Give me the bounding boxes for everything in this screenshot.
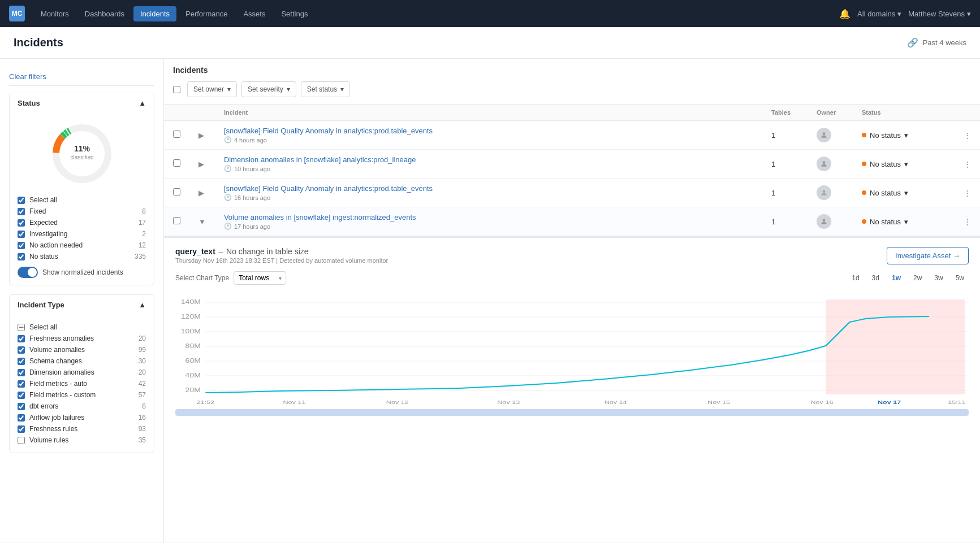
type-dbt-row: dbt errors 8	[18, 401, 146, 412]
row-4-checkbox[interactable]	[173, 217, 180, 224]
status-collapse-icon: ▲	[139, 99, 146, 107]
row-2-checkbox[interactable]	[173, 159, 180, 167]
type-volume-rules-row: Volume rules 35	[18, 435, 146, 446]
time-btn-3d[interactable]: 3d	[867, 272, 884, 284]
nav-settings[interactable]: Settings	[274, 6, 314, 21]
type-dimension-checkbox[interactable]	[18, 369, 25, 376]
nav-assets[interactable]: Assets	[236, 6, 272, 21]
link-icon: 🔗	[907, 37, 918, 48]
chart-type-select-wrap: Total rows	[234, 271, 286, 285]
type-select-all-checkbox[interactable]	[18, 324, 25, 331]
normalized-toggle[interactable]	[18, 267, 38, 278]
type-field-auto-checkbox[interactable]	[18, 380, 25, 388]
incidents-panel: Incidents Set owner ▾ Set severity ▾ Set…	[164, 59, 980, 237]
row-3-status: No status ▾	[862, 189, 946, 197]
detail-header: query_text – No change in table size Thu…	[175, 247, 969, 264]
svg-point-9	[823, 190, 826, 193]
type-airflow-checkbox[interactable]	[18, 414, 25, 422]
row-1-more-icon[interactable]: ⋮	[964, 131, 971, 140]
svg-text:Nov 15: Nov 15	[707, 399, 730, 405]
row-3-expand-icon[interactable]: ▶	[198, 189, 204, 197]
type-volume-rules-checkbox[interactable]	[18, 437, 25, 444]
set-severity-button[interactable]: Set severity ▾	[241, 81, 296, 97]
time-btn-1d[interactable]: 1d	[847, 272, 864, 284]
svg-text:Nov 13: Nov 13	[497, 399, 520, 405]
row-3-checkbox[interactable]	[173, 188, 180, 196]
row-2-incident-link[interactable]: Dimension anomalies in [snowflake] analy…	[224, 155, 416, 164]
set-owner-button[interactable]: Set owner ▾	[187, 81, 237, 97]
row-1-incident-link[interactable]: [snowflake] Field Quality Anomaly in ana…	[224, 127, 433, 135]
row-4-status-chevron-icon[interactable]: ▾	[904, 218, 908, 226]
row-4-incident-link[interactable]: Volume anomalies in [snowflake] ingest:n…	[224, 213, 416, 221]
row-3-tables: 1	[762, 179, 808, 207]
type-freshness-rules-checkbox[interactable]	[18, 425, 25, 433]
row-1-status: No status ▾	[862, 131, 946, 140]
type-dimension-row: Dimension anomalies 20	[18, 367, 146, 378]
row-3-incident-link[interactable]: [snowflake] Field Quality Anomaly in ana…	[224, 184, 433, 193]
row-4-more-icon[interactable]: ⋮	[964, 218, 971, 226]
chart-toolbar: Select Chart Type Total rows	[175, 271, 286, 285]
incident-type-section-header[interactable]: Incident Type ▲	[10, 295, 154, 315]
status-no-action-checkbox[interactable]	[18, 242, 25, 249]
set-status-button[interactable]: Set status ▾	[301, 81, 350, 97]
table-row: ▼ Volume anomalies in [snowflake] ingest…	[164, 207, 980, 236]
row-2-more-icon[interactable]: ⋮	[964, 160, 971, 168]
chart-area: 140M 120M 100M 80M 60M 40M 20M	[175, 294, 969, 407]
nav-dashboards[interactable]: Dashboards	[78, 6, 131, 21]
notifications-bell[interactable]: 🔔	[839, 8, 851, 19]
status-investigating-checkbox[interactable]	[18, 231, 25, 238]
time-btn-1w[interactable]: 1w	[887, 272, 905, 284]
type-volume-checkbox[interactable]	[18, 346, 25, 354]
status-expected-checkbox[interactable]	[18, 219, 25, 227]
incidents-panel-title: Incidents	[164, 59, 980, 75]
nav-monitors[interactable]: Monitors	[34, 6, 76, 21]
svg-text:Nov 14: Nov 14	[605, 399, 627, 405]
row-2-expand-icon[interactable]: ▶	[198, 160, 204, 168]
row-4-time: 🕐 17 hours ago	[224, 223, 753, 230]
svg-text:20M: 20M	[185, 387, 201, 393]
row-4-status: No status ▾	[862, 218, 946, 226]
row-3-status-chevron-icon[interactable]: ▾	[904, 189, 908, 197]
select-all-incidents-checkbox[interactable]	[173, 86, 180, 93]
svg-text:120M: 120M	[181, 314, 201, 320]
row-1-checkbox[interactable]	[173, 131, 180, 138]
type-schema-checkbox[interactable]	[18, 358, 25, 365]
top-navigation: MC Monitors Dashboards Incidents Perform…	[0, 0, 980, 27]
status-fixed-checkbox[interactable]	[18, 208, 25, 215]
row-3-more-icon[interactable]: ⋮	[964, 189, 971, 197]
detail-title: query_text	[175, 247, 215, 256]
user-chevron-icon: ▾	[967, 10, 971, 18]
table-row: ▶ [snowflake] Field Quality Anomaly in a…	[164, 121, 980, 150]
nav-incidents[interactable]: Incidents	[133, 6, 176, 21]
status-select-all-checkbox[interactable]	[18, 197, 25, 204]
status-no-status-checkbox[interactable]	[18, 253, 25, 260]
clear-filters-link[interactable]: Clear filters	[9, 68, 154, 86]
type-freshness-rules-row: Freshness rules 93	[18, 423, 146, 435]
row-2-status-chevron-icon[interactable]: ▾	[904, 160, 908, 168]
row-2-tables: 1	[762, 150, 808, 179]
chart-scrollbar-thumb[interactable]	[175, 409, 969, 416]
row-4-expand-icon[interactable]: ▼	[198, 218, 206, 226]
row-1-owner-avatar	[817, 128, 831, 142]
time-range-selector: 1d 3d 1w 2w 3w 5w	[847, 272, 969, 284]
user-menu[interactable]: Matthew Stevens ▾	[908, 10, 971, 18]
app-logo: MC	[9, 6, 25, 21]
time-btn-5w[interactable]: 5w	[951, 272, 969, 284]
svg-text:classified: classified	[70, 154, 93, 160]
chart-type-select[interactable]: Total rows	[234, 271, 286, 285]
type-freshness-checkbox[interactable]	[18, 335, 25, 342]
chart-scrollbar[interactable]	[175, 409, 969, 416]
type-dbt-checkbox[interactable]	[18, 403, 25, 410]
status-section-header[interactable]: Status ▲	[10, 93, 154, 113]
nav-performance[interactable]: Performance	[179, 6, 234, 21]
investigate-asset-button[interactable]: Investigate Asset →	[887, 247, 969, 264]
row-1-status-chevron-icon[interactable]: ▾	[904, 131, 908, 140]
domain-selector[interactable]: All domains ▾	[857, 10, 901, 18]
row-1-expand-icon[interactable]: ▶	[198, 131, 204, 140]
svg-text:21:52: 21:52	[197, 399, 215, 405]
status-select-all-row: Select all	[18, 194, 146, 206]
time-btn-3w[interactable]: 3w	[930, 272, 947, 284]
time-btn-2w[interactable]: 2w	[909, 272, 926, 284]
type-field-custom-checkbox[interactable]	[18, 392, 25, 399]
svg-rect-25	[826, 299, 965, 394]
